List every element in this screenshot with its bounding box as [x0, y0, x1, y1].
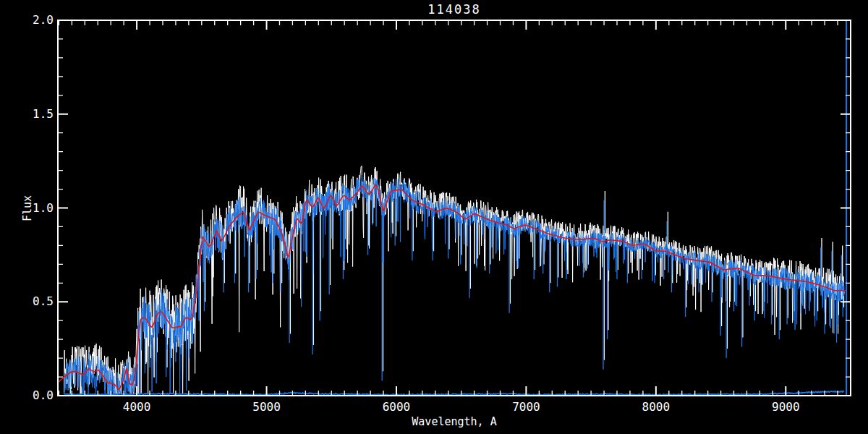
x-tick-label: 8000 [624, 400, 689, 414]
x-tick-label: 6000 [364, 400, 429, 414]
error-spectrum-line [64, 391, 844, 396]
y-tick-label: 1.0 [0, 202, 54, 215]
x-tick-label: 9000 [753, 400, 818, 414]
x-tick-label: 5000 [234, 400, 299, 414]
y-tick-label: 1.5 [0, 108, 54, 121]
plot-canvas [0, 0, 868, 434]
y-tick-label: 0.0 [0, 389, 54, 402]
y-tick-label: 2.0 [0, 14, 54, 27]
plot-title: 114038 [58, 2, 851, 17]
x-axis-label: Wavelength, A [58, 415, 851, 428]
x-tick-label: 4000 [104, 400, 169, 414]
x-tick-label: 7000 [493, 400, 558, 414]
y-tick-label: 0.5 [0, 295, 54, 308]
spectrum-plot-window: 114038 Wavelength, A Flux 40005000600070… [0, 0, 868, 434]
